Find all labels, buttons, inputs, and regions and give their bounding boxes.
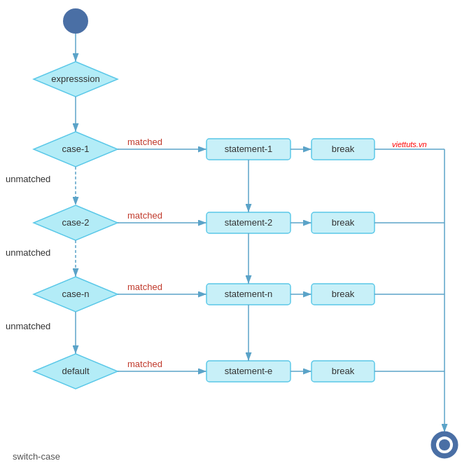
watermark-text: viettuts.vn	[392, 140, 427, 149]
unmatched2-label: unmatched	[6, 247, 50, 258]
unmatched1-label: unmatched	[6, 174, 50, 184]
diagram-title: switch-case	[13, 451, 60, 462]
start-circle	[63, 8, 88, 34]
svg-point-24	[439, 439, 450, 450]
breakn-text: break	[332, 289, 355, 299]
stmtn-text: statement-n	[225, 289, 273, 299]
matched1-label: matched	[127, 137, 162, 147]
matchedd-label: matched	[127, 359, 162, 369]
default-label: default	[62, 366, 89, 376]
stmt2-text: statement-2	[225, 217, 273, 228]
matched2-label: matched	[127, 210, 162, 221]
break1-text: break	[332, 144, 355, 154]
casen-label: case-n	[62, 289, 89, 299]
case2-label: case-2	[62, 217, 89, 228]
matchedn-label: matched	[127, 282, 162, 292]
unmatchedn-label: unmatched	[6, 321, 50, 331]
case1-label: case-1	[62, 144, 89, 154]
expression-label: expresssion	[51, 74, 99, 84]
breake-text: break	[332, 366, 355, 376]
stmt1-text: statement-1	[225, 144, 273, 154]
break2-text: break	[332, 217, 355, 228]
stmte-text: statement-e	[225, 366, 273, 376]
